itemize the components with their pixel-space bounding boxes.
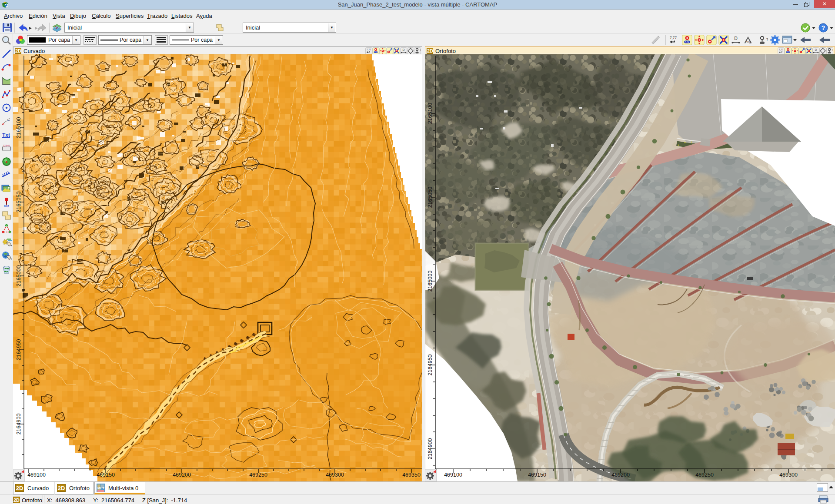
svg-text:7,77: 7,77 — [367, 48, 371, 51]
svg-text:D: D — [402, 48, 404, 51]
svg-text:469300: 469300 — [779, 472, 798, 478]
svg-text:2164950: 2164950 — [16, 339, 22, 361]
svg-text:D: D — [734, 36, 738, 41]
svg-text:2: 2 — [6, 225, 7, 227]
svg-text:Txt: Txt — [2, 132, 10, 138]
svg-text:2164900: 2164900 — [427, 438, 433, 460]
svg-text:D: D — [815, 48, 817, 51]
svg-text:Ang: Ang — [745, 40, 751, 43]
svg-text:469300: 469300 — [326, 472, 344, 478]
svg-text:469100: 469100 — [27, 472, 46, 478]
svg-text:XYZ: XYZ — [374, 51, 377, 53]
svg-text:469100: 469100 — [444, 472, 462, 478]
svg-text:1: 1 — [3, 231, 4, 234]
svg-text:?: ? — [420, 49, 421, 52]
svg-text:469250: 469250 — [249, 472, 267, 478]
svg-text:2165100: 2165100 — [16, 117, 22, 139]
svg-text:469200: 469200 — [611, 472, 630, 478]
svg-text:XYZ: XYZ — [4, 205, 9, 207]
svg-text:7,77: 7,77 — [670, 36, 677, 40]
svg-text:123.45: 123.45 — [3, 144, 10, 147]
svg-text:2165050: 2165050 — [16, 192, 22, 213]
svg-text:2165000: 2165000 — [16, 265, 22, 287]
svg-text:7,77: 7,77 — [779, 48, 784, 51]
svg-text:2165050: 2165050 — [427, 187, 433, 208]
svg-text:2164900: 2164900 — [16, 414, 22, 435]
svg-text:?: ? — [822, 24, 825, 31]
svg-text:469250: 469250 — [695, 472, 714, 478]
svg-text:MLT: MLT — [97, 486, 104, 490]
svg-text:?: ? — [832, 49, 833, 52]
svg-text:469200: 469200 — [173, 472, 191, 478]
svg-text:469150: 469150 — [528, 472, 546, 478]
svg-text:469150: 469150 — [97, 472, 115, 478]
svg-text:∞: ∞ — [7, 118, 10, 123]
svg-text:XYZ: XYZ — [787, 51, 790, 53]
svg-text:3: 3 — [10, 231, 11, 234]
svg-text:2164950: 2164950 — [427, 355, 433, 376]
svg-text:2165100: 2165100 — [427, 103, 433, 124]
svg-text:2165000: 2165000 — [427, 271, 433, 292]
svg-text:XYZ: XYZ — [685, 40, 689, 43]
svg-text:469350: 469350 — [402, 472, 421, 478]
svg-text:?: ? — [766, 37, 768, 42]
